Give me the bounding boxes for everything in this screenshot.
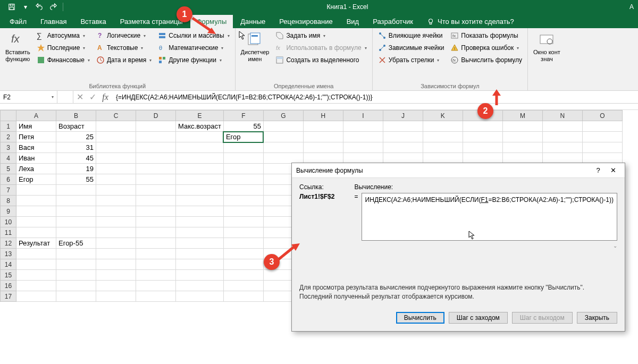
cell[interactable]: 19 [56, 164, 96, 174]
tab-view[interactable]: Вид [340, 15, 366, 28]
cell[interactable] [582, 153, 622, 164]
show-formulas-button[interactable]: fxПоказать формулы [448, 30, 524, 41]
cell[interactable] [502, 142, 542, 153]
cell[interactable] [176, 164, 224, 174]
row-header[interactable]: 10 [1, 217, 16, 227]
tab-review[interactable]: Рецензирование [273, 15, 339, 28]
create-from-selection-button[interactable]: Создать из выделенного [273, 54, 368, 66]
row-header[interactable]: 9 [1, 206, 16, 217]
cell[interactable] [502, 132, 542, 142]
tell-me-search[interactable]: Что вы хотите сделать? [421, 15, 521, 28]
cell[interactable] [136, 291, 176, 302]
cell[interactable]: Петя [16, 132, 56, 142]
cell[interactable] [96, 259, 136, 270]
cell[interactable] [56, 249, 96, 259]
row-header[interactable]: 7 [1, 185, 16, 196]
cell[interactable] [136, 153, 176, 164]
row-header[interactable]: 5 [1, 164, 16, 174]
cell[interactable] [136, 164, 176, 174]
cell[interactable] [136, 185, 176, 196]
formula-input[interactable]: {=ИНДЕКС(A2:A6;НАИМЕНЬШИЙ(ЕСЛИ(F1=B2:B6;… [112, 91, 638, 103]
cell[interactable] [176, 174, 224, 185]
tab-file[interactable]: Файл [3, 15, 33, 28]
cell[interactable] [96, 153, 136, 164]
cell[interactable] [16, 249, 56, 259]
cell[interactable] [96, 238, 136, 249]
cell[interactable] [176, 259, 224, 270]
cell[interactable] [223, 259, 263, 270]
trace-dependents-button[interactable]: Зависимые ячейки [376, 42, 447, 54]
define-name-button[interactable]: Задать имя▾ [273, 30, 368, 41]
recent-button[interactable]: Последние▾ [35, 42, 92, 54]
cell[interactable] [176, 153, 224, 164]
cell[interactable] [136, 142, 176, 153]
row-header[interactable]: 12 [1, 238, 16, 249]
cell[interactable] [56, 217, 96, 227]
row-header[interactable]: 11 [1, 227, 16, 238]
cell[interactable] [303, 142, 343, 153]
cell[interactable] [96, 121, 136, 132]
cell[interactable] [56, 227, 96, 238]
cell[interactable] [223, 174, 263, 185]
cell[interactable] [303, 121, 343, 132]
scroll-down-icon[interactable]: ⌄ [355, 243, 617, 249]
undo-icon[interactable] [33, 1, 46, 13]
cell[interactable] [223, 291, 263, 302]
cell[interactable] [223, 196, 263, 206]
cell[interactable] [96, 291, 136, 302]
cell[interactable] [136, 249, 176, 259]
help-icon[interactable]: ? [591, 166, 606, 174]
cell[interactable] [263, 153, 303, 164]
cell[interactable] [16, 291, 56, 302]
cell[interactable]: Возраст [56, 121, 96, 132]
cell[interactable] [16, 259, 56, 270]
dialog-titlebar[interactable]: Вычисление формулы ? ✕ [292, 163, 625, 178]
row-header[interactable]: 13 [1, 249, 16, 259]
column-header[interactable]: G [263, 111, 303, 121]
cell[interactable] [56, 196, 96, 206]
cell[interactable] [136, 132, 176, 142]
cell[interactable] [96, 249, 136, 259]
cell[interactable] [96, 281, 136, 291]
cell[interactable] [16, 196, 56, 206]
save-icon[interactable] [5, 1, 18, 13]
cell[interactable] [16, 185, 56, 196]
cell[interactable] [96, 217, 136, 227]
cell[interactable] [56, 281, 96, 291]
row-header[interactable]: 2 [1, 132, 16, 142]
cell[interactable] [16, 227, 56, 238]
row-header[interactable]: 3 [1, 142, 16, 153]
cell[interactable] [176, 291, 224, 302]
watch-window-button[interactable]: Окно конт знач [531, 30, 563, 88]
name-box[interactable]: F2 ▾ [0, 91, 57, 103]
cell[interactable] [96, 174, 136, 185]
row-header[interactable]: 15 [1, 270, 16, 281]
tab-home[interactable]: Главная [34, 15, 73, 28]
cell[interactable] [383, 132, 423, 142]
cell[interactable] [542, 132, 582, 142]
cell[interactable] [136, 259, 176, 270]
cell[interactable] [343, 121, 383, 132]
cell[interactable] [263, 142, 303, 153]
cell[interactable] [383, 153, 423, 164]
cell[interactable] [136, 217, 176, 227]
close-button[interactable]: Закрыть [577, 312, 617, 324]
cell[interactable] [136, 270, 176, 281]
cell[interactable] [463, 153, 502, 164]
fx-button-icon[interactable]: fx [99, 91, 112, 103]
cell[interactable] [223, 185, 263, 196]
cell[interactable] [223, 227, 263, 238]
cell[interactable] [96, 206, 136, 217]
cell[interactable] [176, 132, 224, 142]
column-header[interactable]: D [136, 111, 176, 121]
close-icon[interactable]: ✕ [606, 166, 620, 174]
cell[interactable] [423, 132, 463, 142]
cell[interactable] [343, 153, 383, 164]
cell[interactable]: 31 [56, 142, 96, 153]
autosum-button[interactable]: ∑Автосумма▾ [35, 30, 92, 41]
row-header[interactable]: 17 [1, 291, 16, 302]
cell[interactable] [176, 142, 224, 153]
cell[interactable] [176, 249, 224, 259]
insert-function-button[interactable]: fx Вставить функцию [3, 30, 32, 82]
cell[interactable] [96, 185, 136, 196]
